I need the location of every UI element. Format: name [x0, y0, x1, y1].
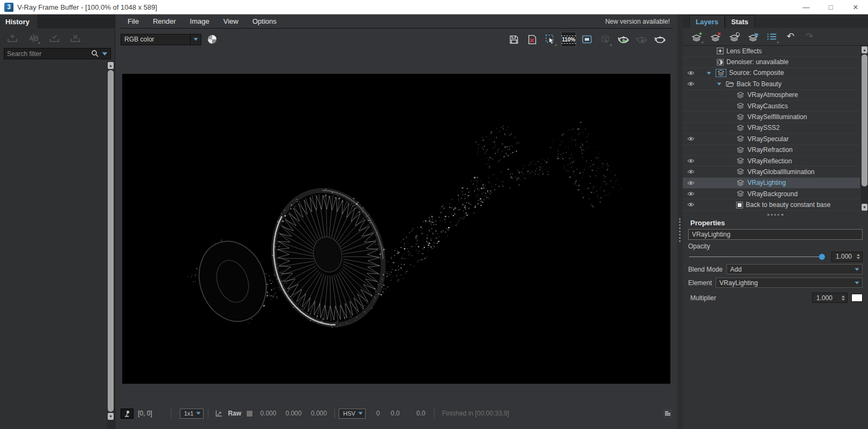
save-layers-icon [729, 32, 740, 41]
layer-row[interactable]: VRayRefraction [683, 145, 860, 156]
save-layers-button[interactable] [727, 30, 741, 43]
channel-wheel-button[interactable] [208, 35, 216, 44]
delete-layer-button[interactable] [708, 30, 722, 43]
pixel-probe-button[interactable] [121, 409, 134, 419]
history-compare-button[interactable] [25, 31, 41, 45]
load-layers-button[interactable] [746, 30, 760, 43]
visibility-eye-icon[interactable] [687, 191, 695, 196]
opacity-spinner[interactable] [855, 254, 862, 259]
element-select[interactable]: VRayLighting [716, 278, 863, 288]
history-list[interactable]: ▲ ▼ [0, 61, 115, 429]
visibility-eye-icon[interactable] [687, 136, 695, 141]
isolate-select-button[interactable] [598, 32, 613, 47]
layer-name-input[interactable] [688, 229, 863, 240]
layer-label: VRayBackground [747, 190, 797, 198]
blend-mode-select[interactable]: Add [726, 264, 863, 274]
layer-row[interactable]: VRayGlobalIllumination [683, 167, 860, 177]
visibility-eye-icon[interactable] [687, 169, 695, 174]
new-version-link[interactable]: New version available! [605, 18, 670, 25]
zoom-level-button[interactable]: 110% [561, 32, 576, 47]
color-mode-select[interactable]: HSV [339, 409, 366, 419]
layer-list-button[interactable] [765, 30, 779, 43]
menu-file[interactable]: File [121, 15, 146, 27]
history-remove-button[interactable] [67, 31, 83, 45]
scroll-down-icon[interactable]: ▼ [862, 204, 867, 211]
visibility-eye-icon[interactable] [687, 81, 695, 86]
tab-stats[interactable]: Stats [725, 15, 755, 28]
blue-value: 0.000 [311, 410, 327, 417]
pixel-ratio-select[interactable]: 1x1 [180, 409, 204, 419]
layer-row[interactable]: VRaySelfIllumination [683, 112, 860, 122]
properties-splitter[interactable] [683, 211, 868, 218]
splitter-grip[interactable] [767, 214, 783, 216]
history-set-a-button[interactable] [46, 31, 62, 45]
render-button[interactable] [616, 32, 631, 47]
layer-row[interactable]: VRayBackground [683, 189, 860, 199]
red-value: 0.000 [260, 410, 276, 417]
layer-row[interactable]: VRaySSS2 [683, 123, 860, 134]
visibility-eye-icon[interactable] [687, 71, 695, 75]
close-button[interactable]: ✕ [843, 0, 868, 14]
layer-row[interactable]: VRaySpecular [683, 134, 860, 144]
history-toolbar [0, 29, 115, 48]
menu-render[interactable]: Render [146, 15, 183, 27]
region-render-button[interactable] [543, 32, 558, 47]
scrollbar-thumb[interactable] [108, 70, 114, 412]
undo-button[interactable]: ↶ [783, 30, 797, 43]
menu-view[interactable]: View [216, 15, 246, 27]
layer-row[interactable]: VRayCaustics [683, 101, 860, 112]
layer-row[interactable]: Back to beauty constant base [683, 199, 860, 210]
redo-button[interactable]: ↷ [802, 30, 816, 43]
tab-history[interactable]: History [0, 15, 37, 29]
render-viewport [115, 50, 677, 407]
search-filter-caret-icon[interactable] [102, 52, 108, 56]
panel-splitter[interactable] [677, 15, 683, 429]
visibility-eye-icon[interactable] [687, 202, 695, 207]
multiplier-numbox[interactable]: 1.000 [812, 293, 848, 303]
menu-image[interactable]: Image [183, 15, 216, 27]
log-button[interactable] [663, 409, 672, 418]
layer-row[interactable]: VRayAtmosphere [683, 90, 860, 101]
fit-view-button[interactable] [579, 32, 594, 47]
chevron-down-icon [190, 34, 201, 45]
layer-row[interactable]: Denoiser: unavailable [683, 57, 860, 67]
add-layer-button[interactable] [689, 30, 703, 43]
interactive-render-button[interactable] [653, 32, 668, 47]
multiplier-spinner[interactable] [840, 295, 847, 301]
channel-select[interactable]: RGB color [121, 34, 201, 45]
scroll-up-icon[interactable]: ▲ [862, 46, 867, 53]
render-image[interactable] [122, 74, 670, 384]
color-sample-corner-icon[interactable] [215, 410, 223, 417]
render-region-button[interactable] [634, 32, 649, 47]
ab-compare-icon [27, 33, 39, 43]
history-scrollbar[interactable]: ▲ ▼ [107, 61, 114, 429]
visibility-eye-icon[interactable] [687, 181, 695, 185]
scrollbar-thumb[interactable] [862, 54, 867, 186]
clear-image-button[interactable] [524, 32, 540, 47]
opacity-slider[interactable] [689, 253, 825, 260]
tab-layers[interactable]: Layers [689, 15, 725, 28]
layer-row[interactable]: Back To Beauty [683, 79, 860, 89]
render-time: Finished in [00:00:33,9] [442, 410, 509, 417]
minimize-button[interactable]: — [794, 0, 818, 14]
layers-scrollbar[interactable]: ▲ ▼ [861, 46, 868, 211]
save-image-button[interactable] [506, 32, 521, 47]
visibility-eye-icon[interactable] [687, 158, 695, 163]
layer-row[interactable]: VRayLighting [683, 178, 860, 189]
layer-row[interactable]: VRayReflection [683, 156, 860, 167]
maximize-button[interactable]: □ [818, 0, 843, 14]
scroll-down-icon[interactable]: ▼ [108, 413, 114, 420]
menu-options[interactable]: Options [246, 15, 284, 27]
scroll-up-icon[interactable]: ▲ [108, 62, 114, 69]
history-save-button[interactable] [4, 31, 20, 45]
search-input[interactable] [7, 50, 91, 58]
multiplier-color-swatch[interactable] [851, 294, 863, 302]
expand-triangle-icon[interactable] [717, 82, 722, 86]
layer-row[interactable]: Source: Composite [683, 68, 860, 79]
expand-triangle-icon[interactable] [706, 72, 711, 75]
opacity-numbox[interactable]: 1.000 [831, 252, 863, 262]
raw-checkbox[interactable] [246, 410, 253, 417]
slider-handle[interactable] [819, 254, 825, 260]
layer-row[interactable]: Lens Effects [683, 46, 860, 57]
splitter-grip[interactable] [679, 218, 681, 242]
